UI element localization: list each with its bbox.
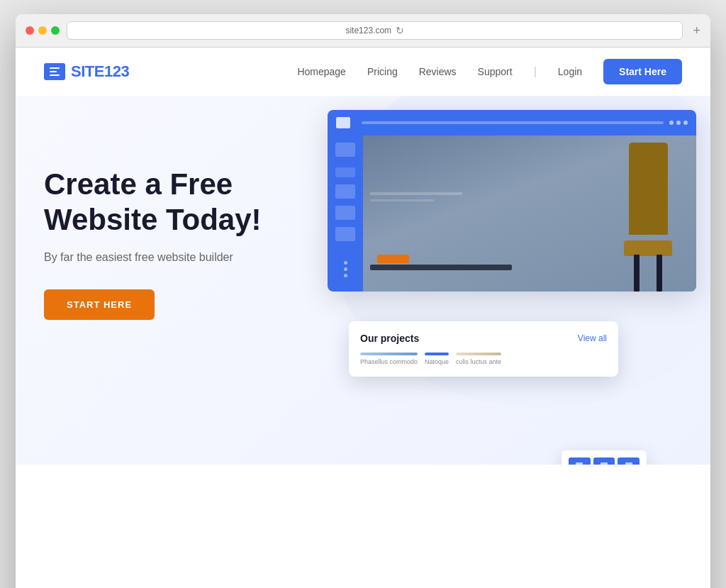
choose-thumb-1[interactable] [569, 457, 591, 465]
choose-grid [569, 457, 640, 465]
logo-line-2 [50, 71, 57, 72]
logo-site: SITE [71, 62, 104, 80]
page-content: SITE123 Homepage Pricing Reviews Support… [16, 48, 710, 588]
logo-123: 123 [104, 62, 129, 80]
furniture-scene [363, 135, 696, 292]
sidebar-icon-box [335, 143, 355, 157]
browser-chrome: site123.com ↻ + [16, 14, 710, 48]
projects-title: Our projects [360, 333, 419, 344]
logo-icon [44, 63, 65, 80]
minimize-dot[interactable] [38, 26, 47, 35]
reload-icon[interactable]: ↻ [396, 25, 404, 36]
hero-mockup: Our projects View all Phasellus commodo … [328, 110, 696, 292]
sidebar-thumb-2 [335, 206, 355, 220]
close-dot[interactable] [26, 26, 34, 35]
logo-icon-lines [50, 67, 60, 76]
mockup-body [328, 135, 696, 292]
mockup-main [328, 110, 696, 292]
sidebar-dot-v-3 [344, 274, 347, 277]
mockup-topbar-bar [362, 121, 664, 124]
projects-header: Our projects View all [360, 333, 607, 344]
nav-login[interactable]: Login [558, 66, 582, 77]
nav-cta-button[interactable]: Start Here [603, 59, 682, 84]
navbar: SITE123 Homepage Pricing Reviews Support… [16, 48, 710, 96]
address-bar[interactable]: site123.com ↻ [67, 21, 683, 40]
mockup-dot-2 [676, 121, 681, 125]
project-2-col: Natoque [425, 353, 449, 365]
nav-links: Homepage Pricing Reviews Support | Login… [297, 59, 682, 84]
mockup-content-area [363, 135, 696, 292]
orange-object [377, 255, 409, 263]
browser-dots [26, 26, 60, 35]
nav-reviews[interactable]: Reviews [419, 66, 457, 77]
table-surface [370, 265, 512, 270]
templates-section: Pick from beautiful website templates [16, 578, 710, 588]
new-tab-icon[interactable]: + [693, 23, 700, 38]
url-text: site123.com [345, 26, 391, 35]
mockup-dot-1 [669, 121, 674, 125]
nav-homepage[interactable]: Homepage [297, 66, 346, 77]
chair-seat [624, 240, 672, 256]
project-3-col: culis luctus ante [456, 353, 501, 365]
projects-viewall[interactable]: View all [578, 333, 607, 343]
sidebar-dot-v-1 [344, 261, 347, 265]
sidebar-dot-v-2 [344, 267, 347, 271]
chair-back [629, 143, 668, 235]
logo-line-1 [50, 67, 60, 69]
hero-content: Create a Free Website Today! By far the … [44, 124, 313, 320]
sidebar-dots-vert [344, 261, 347, 284]
mockup-topbar-icon [336, 117, 350, 128]
browser-window: site123.com ↻ + SITE123 Hom [16, 14, 710, 588]
choose-image-popup: Choose image [562, 450, 647, 465]
choose-thumb-icon-2 [601, 462, 608, 465]
hero-title: Create a Free Website Today! [44, 167, 313, 238]
logo-line-3 [50, 74, 60, 76]
nav-pricing[interactable]: Pricing [367, 66, 398, 77]
projects-thumbnails: Phasellus commodo Natoque culis luctus a… [360, 353, 607, 365]
sidebar-search [335, 167, 355, 177]
mockup-dot-3 [683, 121, 688, 125]
choose-thumb-2[interactable] [593, 457, 615, 465]
project-thumb-3 [456, 353, 501, 355]
project-thumb-1 [360, 353, 418, 355]
mockup-topbar [328, 110, 696, 135]
sidebar-thumb-1 [335, 184, 355, 199]
projects-card: Our projects View all Phasellus commodo … [349, 321, 618, 377]
sidebar-thumb-3 [335, 227, 355, 241]
choose-thumb-3[interactable] [618, 457, 640, 465]
maximize-dot[interactable] [51, 26, 60, 35]
choose-thumb-icon-1 [576, 462, 583, 465]
table-line-2 [370, 199, 434, 201]
project-1-col: Phasellus commodo [360, 353, 418, 365]
choose-thumb-icon-3 [625, 462, 632, 465]
project-label-1: Phasellus commodo [360, 358, 418, 365]
project-label-3: culis luctus ante [456, 358, 501, 365]
nav-support[interactable]: Support [478, 66, 513, 77]
project-label-2: Natoque [425, 358, 449, 365]
project-thumb-2 [425, 353, 449, 355]
hero-subtitle: By far the easiest free website builder [44, 251, 313, 264]
mockup-dots [669, 121, 688, 125]
nav-divider: | [534, 65, 537, 78]
mockup-sidebar [328, 135, 363, 292]
logo-text: SITE123 [71, 62, 129, 81]
hero-cta-button[interactable]: START HERE [44, 289, 155, 320]
chair-leg-2 [634, 255, 640, 292]
logo[interactable]: SITE123 [44, 62, 129, 81]
hero-section: Create a Free Website Today! By far the … [16, 96, 710, 465]
table-line-1 [370, 192, 462, 195]
chair-leg-1 [657, 255, 662, 292]
